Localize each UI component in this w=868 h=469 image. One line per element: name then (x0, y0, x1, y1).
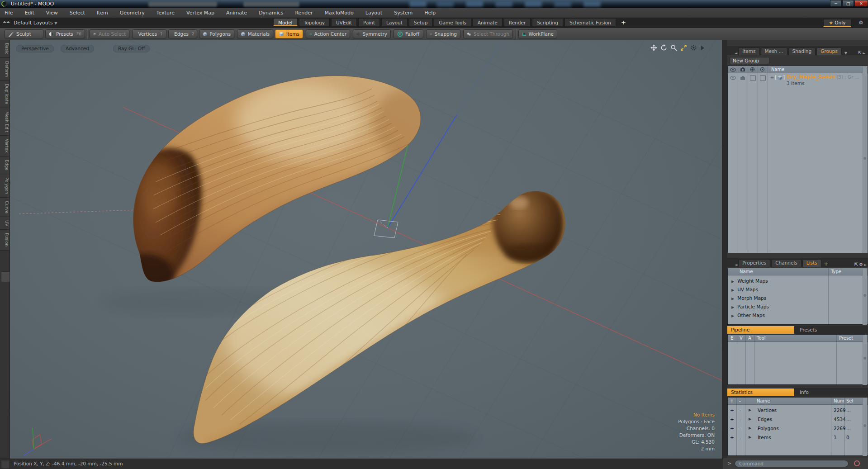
left-tab-edge[interactable]: Edge (0, 156, 9, 174)
tab-info[interactable]: Info (800, 388, 809, 396)
select-through-button[interactable]: Select Through (463, 29, 513, 38)
perspective-button[interactable]: Perspective (16, 45, 54, 52)
maple-seed-lower-right[interactable] (194, 186, 565, 444)
new-group-button[interactable]: New Group (729, 57, 770, 64)
default-layouts-dropdown[interactable]: Default Layouts ▼ (14, 20, 57, 26)
expand-panel-icon[interactable]: ⇱ (854, 262, 858, 267)
minimize-button[interactable]: ─ (830, 0, 842, 7)
list-item-weight-maps[interactable]: ▶Weight Maps (728, 277, 859, 285)
tab-scroll-right-icon[interactable]: ► (864, 263, 867, 267)
render-camera-icon[interactable] (740, 67, 745, 72)
tab-lists[interactable]: Lists (802, 259, 821, 267)
tab-mesh[interactable]: Mesh ... (761, 47, 787, 55)
scrollbar[interactable] (863, 269, 867, 325)
advanced-button[interactable]: Advanced (61, 45, 94, 52)
viewport-3d[interactable]: Perspective Advanced Ray GL: Off No Item… (10, 40, 723, 459)
command-input[interactable]: Command (735, 460, 849, 467)
layouts-up-icon[interactable]: ⏶⏶ (3, 19, 10, 27)
list-item-uv-maps[interactable]: ▶UV Maps (728, 285, 859, 294)
menu-select[interactable]: Select (70, 10, 85, 16)
item-circle-icon[interactable] (750, 67, 755, 72)
layout-tab-uvedit[interactable]: UVEdit (331, 18, 357, 26)
menu-system[interactable]: System (394, 10, 413, 16)
left-tab-basic[interactable]: Basic (0, 40, 9, 58)
pan-icon[interactable] (650, 44, 657, 51)
snapping-button[interactable]: Snapping (426, 29, 460, 38)
tab-items[interactable]: Items (738, 47, 759, 55)
left-tab-polygon[interactable]: Polygon (0, 174, 9, 198)
gear-icon[interactable] (690, 44, 697, 51)
left-tab-vertex[interactable]: Vertex (0, 136, 9, 156)
menu-texture[interactable]: Texture (157, 10, 175, 16)
list-item-morph-maps[interactable]: ▶Morph Maps (728, 294, 859, 303)
left-tab-fusion[interactable]: Fusion (0, 230, 9, 250)
magnifier-icon[interactable] (670, 44, 677, 51)
menu-maxtomodo[interactable]: MaxToModo (325, 10, 354, 16)
layout-tab-scripting[interactable]: Scripting (532, 18, 563, 26)
only-filter-button[interactable]: ★ Only (823, 19, 851, 27)
menu-animate[interactable]: Animate (226, 10, 247, 16)
scrollbar[interactable] (863, 398, 867, 456)
chevron-down-icon[interactable]: ▼ (844, 51, 847, 55)
action-center-button[interactable]: Action Center (306, 29, 350, 38)
layout-tab-layout[interactable]: Layout (381, 18, 408, 26)
layout-tab-topology[interactable]: Topology (299, 18, 330, 26)
polygons-mode-button[interactable]: Polygons (199, 29, 234, 38)
menu-dynamics[interactable]: Dynamics (259, 10, 283, 16)
left-tab-duplicate[interactable]: Duplicate (0, 81, 9, 108)
sculpt-button[interactable]: Sculpt (5, 29, 43, 38)
group-checkbox[interactable] (760, 75, 766, 81)
edges-mode-button[interactable]: Edges2 (168, 29, 197, 38)
scrollbar[interactable] (863, 335, 867, 385)
tab-scroll-right-icon[interactable]: ► (863, 51, 865, 55)
status-corner-box[interactable] (1, 460, 10, 469)
left-tab-mesh-edit[interactable]: Mesh Edit (0, 108, 9, 136)
expand-panel-icon[interactable]: ⇱ (858, 50, 862, 55)
tab-pipeline[interactable]: Pipeline (727, 326, 794, 334)
add-tab-button[interactable]: + (824, 261, 828, 267)
visibility-eye-icon[interactable] (730, 76, 736, 80)
tab-scroll-left-icon[interactable]: ◄ (735, 263, 737, 267)
scrollbar[interactable] (863, 66, 867, 253)
rotate-icon[interactable] (660, 44, 667, 51)
menu-geometry[interactable]: Geometry (120, 10, 145, 16)
panel-grip-handle[interactable] (1, 271, 10, 282)
render-camera-icon[interactable] (740, 76, 745, 81)
close-button[interactable]: ✕ (854, 0, 868, 7)
menu-help[interactable]: Help (424, 10, 436, 16)
tab-shading[interactable]: Shading (788, 47, 816, 55)
fit-view-icon[interactable] (680, 44, 687, 51)
items-mode-button[interactable]: Items (275, 29, 303, 38)
workplane-button[interactable]: WorkPlane (518, 29, 557, 38)
layout-tab-render[interactable]: Render (504, 18, 531, 26)
raygl-button[interactable]: Ray GL: Off (113, 45, 150, 52)
list-item-other-maps[interactable]: ▶Other Maps (728, 311, 859, 320)
layout-tab-setup[interactable]: Setup (409, 18, 433, 26)
layout-tab-schematic-fusion[interactable]: Schematic Fusion (564, 18, 616, 26)
group-name[interactable]: Dry_Maple_Seeds (787, 74, 835, 80)
tab-statistics[interactable]: Statistics (727, 388, 794, 396)
menu-item[interactable]: Item (97, 10, 108, 16)
gear-icon[interactable]: ⚙ (859, 19, 863, 26)
layout-tab-model[interactable]: Model (273, 18, 298, 26)
group-checkbox[interactable] (750, 75, 756, 81)
menu-edit[interactable]: Edit (24, 10, 34, 16)
visibility-eye-icon[interactable] (730, 67, 736, 72)
auto-select-button[interactable]: Auto Select (90, 29, 129, 38)
left-tab-uv[interactable]: UV (0, 217, 9, 230)
tab-presets[interactable]: Presets (800, 326, 817, 334)
item-circle-icon[interactable] (760, 67, 765, 72)
tab-scroll-left-icon[interactable]: ◄ (735, 51, 737, 55)
expand-plus[interactable]: + (770, 75, 774, 81)
menu-vertex-map[interactable]: Vertex Map (186, 10, 214, 16)
add-layout-tab-button[interactable]: + (617, 18, 626, 27)
layout-tab-paint[interactable]: Paint (358, 18, 380, 26)
symmetry-button[interactable]: Symmetry (353, 29, 391, 38)
presets-button[interactable]: PresetsF6 (45, 29, 85, 38)
layout-tab-game-tools[interactable]: Game Tools (434, 18, 471, 26)
record-macro-icon[interactable] (854, 460, 860, 466)
falloff-button[interactable]: Falloff (394, 29, 423, 38)
group-row-dry-maple-seeds[interactable]: + [ ] Dry_Maple_Seeds (3) : Gr ... 3 Ite… (728, 74, 860, 88)
maximize-button[interactable]: □ (842, 0, 854, 7)
gear-icon[interactable]: ⚙ (859, 262, 863, 267)
